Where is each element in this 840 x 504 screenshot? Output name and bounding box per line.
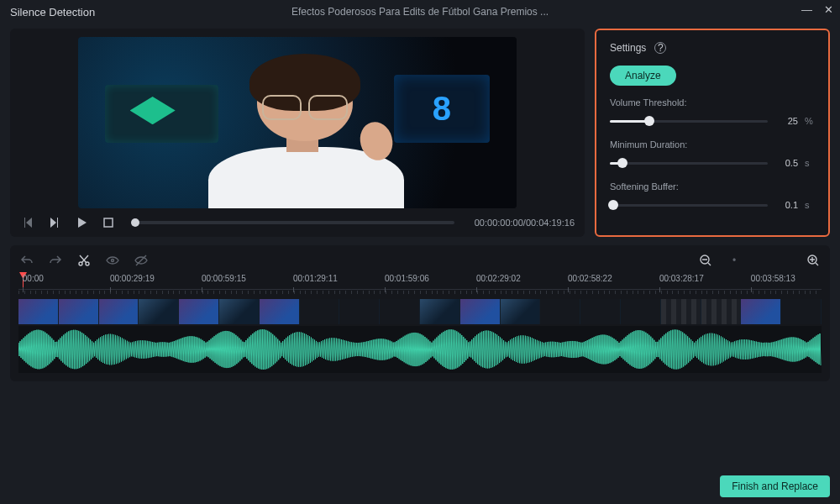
clip-thumb[interactable]	[260, 299, 300, 324]
volume-threshold-param: Volume Threshold: 25 %	[610, 97, 815, 126]
clip-thumb[interactable]	[339, 299, 380, 324]
cut-icon[interactable]	[77, 254, 91, 267]
minimize-button[interactable]: —	[801, 3, 812, 16]
ruler-tick: 00:02:29:02	[476, 274, 521, 283]
zoom-in-icon[interactable]	[806, 254, 820, 267]
play-next-button[interactable]	[47, 215, 62, 230]
ruler-tick: 00:01:29:11	[293, 274, 338, 283]
close-button[interactable]: ✕	[824, 3, 833, 16]
finish-replace-button[interactable]: Finish and Replace	[720, 475, 830, 497]
soft-buffer-label: Softening Buffer:	[610, 181, 815, 192]
project-title: Efectos Poderosos Para Edits de Fútbol G…	[291, 6, 549, 18]
soft-buffer-value: 0.1	[774, 200, 798, 210]
volume-threshold-slider[interactable]	[610, 120, 768, 123]
clip-thumb[interactable]	[580, 299, 621, 324]
clip-thumb[interactable]	[741, 299, 781, 324]
clip-thumb[interactable]	[621, 299, 661, 324]
ruler-tick: 00:02:58:22	[568, 274, 612, 283]
undo-icon[interactable]	[20, 254, 34, 267]
volume-threshold-unit: %	[805, 116, 815, 126]
scrub-bar[interactable]	[131, 221, 454, 224]
clip-thumb[interactable]	[540, 299, 580, 324]
eye-icon[interactable]	[106, 254, 119, 267]
timeline-toolbar: •	[18, 252, 822, 274]
ruler-tick: 00:03:28:17	[659, 274, 704, 283]
redo-icon[interactable]	[49, 254, 62, 267]
ruler-tick: 00:01:59:06	[385, 274, 429, 283]
video-preview[interactable]	[78, 37, 516, 208]
ruler-tick: 00:00:29:19	[110, 274, 155, 283]
zoom-out-icon[interactable]	[699, 254, 712, 267]
ruler-tick: 00:03:58:13	[751, 274, 795, 283]
timeline-ruler[interactable]: 00:0000:00:29:1900:00:59:1500:01:29:1100…	[18, 274, 822, 297]
audio-waveform[interactable]	[18, 326, 822, 373]
clip-thumb[interactable]	[380, 299, 420, 324]
soft-buffer-slider[interactable]	[610, 204, 768, 207]
timecode-display: 00:00:00:00/00:04:19:16	[475, 218, 575, 228]
help-icon[interactable]: ?	[654, 42, 666, 54]
settings-heading: Settings	[610, 42, 646, 54]
titlebar: Silence Detection Efectos Poderosos Para…	[0, 0, 840, 24]
min-duration-slider[interactable]	[610, 162, 768, 165]
clip-thumb[interactable]	[179, 299, 219, 324]
min-duration-label: Minimum Duration:	[610, 139, 815, 150]
clip-thumb[interactable]	[781, 299, 822, 324]
clip-thumb[interactable]	[300, 299, 340, 324]
scrub-handle[interactable]	[131, 218, 139, 227]
soft-buffer-unit: s	[805, 200, 815, 210]
volume-threshold-label: Volume Threshold:	[610, 97, 815, 108]
ruler-tick: 00:00:59:15	[202, 274, 246, 283]
min-duration-param: Minimum Duration: 0.5 s	[610, 139, 815, 168]
clip-thumb[interactable]	[59, 299, 99, 324]
svg-point-1	[79, 262, 82, 265]
clip-thumb[interactable]	[701, 299, 742, 324]
eye-off-icon[interactable]	[134, 254, 148, 267]
svg-point-2	[86, 262, 89, 265]
svg-rect-0	[104, 218, 113, 227]
clip-thumb[interactable]	[18, 299, 59, 324]
min-duration-unit: s	[805, 158, 815, 168]
clip-thumb[interactable]	[219, 299, 260, 324]
volume-threshold-value: 25	[774, 116, 798, 126]
clip-thumb[interactable]	[420, 299, 460, 324]
clip-thumb[interactable]	[139, 299, 179, 324]
window-title: Silence Detection	[10, 6, 95, 18]
preview-panel: 00:00:00:00/00:04:19:16	[10, 29, 585, 237]
clip-thumb[interactable]	[99, 299, 139, 324]
step-back-button[interactable]	[20, 215, 35, 230]
window-controls: — ✕	[801, 3, 833, 16]
svg-point-3	[112, 260, 114, 262]
playback-controls: 00:00:00:00/00:04:19:16	[17, 208, 578, 230]
zoom-slider-dot[interactable]: •	[727, 254, 741, 267]
clip-thumb[interactable]	[661, 299, 701, 324]
analyze-button[interactable]: Analyze	[610, 66, 676, 86]
ruler-tick: 00:00	[23, 274, 44, 283]
stop-button[interactable]	[101, 215, 116, 230]
min-duration-value: 0.5	[774, 158, 798, 168]
settings-panel: Settings ? Analyze Volume Threshold: 25 …	[595, 29, 830, 237]
clip-thumb[interactable]	[460, 299, 501, 324]
soft-buffer-param: Softening Buffer: 0.1 s	[610, 181, 815, 210]
clip-thumbnails[interactable]	[18, 299, 822, 324]
play-button[interactable]	[74, 215, 89, 230]
timeline-panel: • 00:0000:00:29:1900:00:59:1500:01:29:11…	[10, 245, 830, 381]
clip-thumb[interactable]	[501, 299, 541, 324]
